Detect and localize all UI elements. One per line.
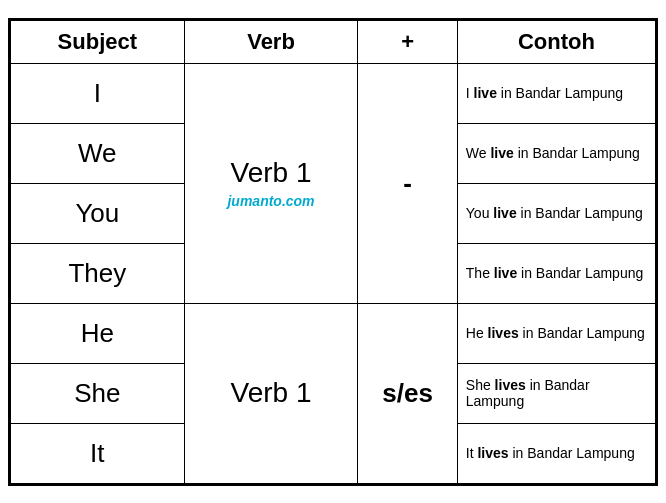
subject-it: It: [11, 423, 185, 483]
contoh-it: It lives in Bandar Lampung: [457, 423, 655, 483]
brand-label: jumanto.com: [191, 193, 352, 209]
subject-we: We: [11, 123, 185, 183]
grammar-table: Subject Verb + Contoh I Verb 1 jumanto.c…: [8, 18, 658, 486]
header-verb: Verb: [184, 20, 358, 63]
table-row: He Verb 1 s/es He lives in Bandar Lampun…: [11, 303, 656, 363]
subject-they: They: [11, 243, 185, 303]
contoh-i: I live in Bandar Lampung: [457, 63, 655, 123]
verb-1-ses-group: Verb 1: [184, 303, 358, 483]
verb-1-group: Verb 1 jumanto.com: [184, 63, 358, 303]
table-row: I Verb 1 jumanto.com - I live in Bandar …: [11, 63, 656, 123]
contoh-she: She lives in Bandar Lampung: [457, 363, 655, 423]
contoh-we: We live in Bandar Lampung: [457, 123, 655, 183]
header-contoh: Contoh: [457, 20, 655, 63]
subject-he: He: [11, 303, 185, 363]
header-subject: Subject: [11, 20, 185, 63]
plus-minus: -: [358, 63, 457, 303]
subject-i: I: [11, 63, 185, 123]
contoh-he: He lives in Bandar Lampung: [457, 303, 655, 363]
header-plus: +: [358, 20, 457, 63]
subject-you: You: [11, 183, 185, 243]
contoh-they: The live in Bandar Lampung: [457, 243, 655, 303]
plus-ses: s/es: [358, 303, 457, 483]
subject-she: She: [11, 363, 185, 423]
contoh-you: You live in Bandar Lampung: [457, 183, 655, 243]
